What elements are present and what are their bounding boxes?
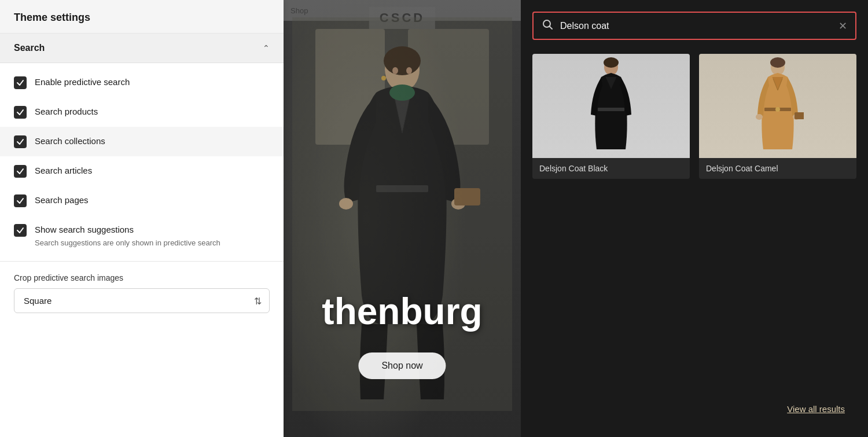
crop-select-wrapper: Square Portrait Landscape Circle ⇅ [14, 288, 270, 313]
svg-point-21 [775, 107, 780, 112]
svg-point-16 [604, 57, 619, 68]
svg-rect-12 [454, 188, 480, 205]
product-card-black[interactable]: Delsjon Coat Black [532, 54, 690, 179]
crop-label: Crop predictive search images [14, 273, 270, 282]
setting-item-search-pages[interactable]: Search pages [0, 186, 284, 215]
checkbox-search-pages[interactable] [14, 194, 27, 207]
chevron-up-icon: ⌃ [263, 43, 270, 53]
view-all-results-link[interactable]: View all results [787, 404, 845, 414]
svg-point-8 [406, 67, 412, 74]
svg-rect-17 [598, 108, 624, 111]
setting-item-search-articles[interactable]: Search articles [0, 156, 284, 186]
checkbox-show-suggestions[interactable] [14, 224, 27, 237]
product-grid: Delsjon Coat Black [532, 54, 856, 179]
checkbox-search-articles[interactable] [14, 165, 27, 178]
svg-point-7 [392, 67, 398, 74]
setting-item-search-collections[interactable]: Search collections [0, 127, 284, 156]
svg-line-14 [550, 27, 553, 30]
svg-rect-5 [376, 185, 428, 192]
search-input[interactable] [560, 21, 832, 31]
product-name-black: Delsjon Coat Black [532, 158, 690, 179]
crop-section: Crop predictive search images Square Por… [0, 262, 284, 325]
coat-black-svg [585, 57, 637, 155]
model-silhouette [292, 17, 512, 411]
search-bar: ✕ [532, 12, 856, 40]
setting-label-show-suggestions: Show search suggestions Search suggestio… [35, 223, 220, 248]
clear-icon[interactable]: ✕ [838, 20, 847, 32]
search-icon [542, 19, 553, 33]
theme-settings-header: Theme settings [0, 0, 284, 34]
settings-list: Enable predictive search Search products [0, 63, 284, 261]
setting-item-show-suggestions[interactable]: Show search suggestions Search suggestio… [0, 215, 284, 256]
svg-point-24 [756, 114, 763, 120]
svg-point-4 [384, 46, 421, 75]
product-image-camel [699, 54, 856, 158]
setting-item-search-products[interactable]: Search products [0, 97, 284, 127]
checkbox-enable-predictive[interactable] [14, 76, 27, 89]
setting-label-search-articles: Search articles [35, 164, 92, 177]
checkbox-search-collections[interactable] [14, 135, 27, 148]
setting-label-search-products: Search products [35, 105, 98, 117]
product-name-camel: Delsjon Coat Camel [699, 158, 856, 179]
setting-label-search-collections: Search collections [35, 135, 105, 147]
theme-settings-title: Theme settings [14, 12, 90, 23]
right-panel: ✕ Delsjon [521, 0, 868, 437]
setting-label-enable-predictive: Enable predictive search [35, 76, 130, 88]
product-image-black [532, 54, 690, 158]
svg-point-9 [381, 76, 386, 80]
product-card-camel[interactable]: Delsjon Coat Camel [699, 54, 856, 179]
svg-rect-26 [795, 112, 804, 119]
hero-text: thenburg [322, 290, 482, 333]
setting-label-search-pages: Search pages [35, 194, 89, 206]
setting-item-enable-predictive[interactable]: Enable predictive search [0, 68, 284, 97]
svg-point-6 [389, 85, 415, 101]
checkbox-search-products[interactable] [14, 106, 27, 119]
search-section-toggle[interactable]: Search ⌃ [0, 34, 284, 63]
search-section-title: Search [14, 43, 45, 53]
right-panel-inner: View all results [532, 193, 856, 425]
coat-camel-svg [752, 57, 804, 155]
search-section: Search ⌃ Enable predictive search [0, 34, 284, 437]
shop-now-button[interactable]: Shop now [358, 352, 446, 379]
svg-point-19 [770, 57, 785, 68]
left-panel: Theme settings Search ⌃ Enable predictiv… [0, 0, 284, 437]
crop-select[interactable]: Square Portrait Landscape Circle [14, 288, 270, 313]
svg-point-10 [339, 198, 353, 210]
center-preview: Shop CSCD [284, 0, 521, 437]
